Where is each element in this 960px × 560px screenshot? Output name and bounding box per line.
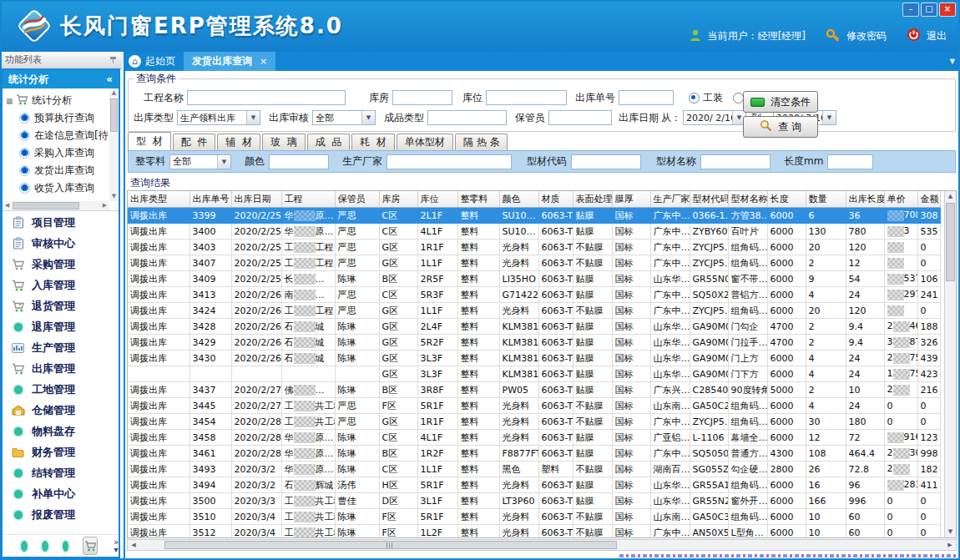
table-row[interactable]: 调拨出库34132020/2/26南…严思C区5R3F整料G714226063-… [128, 287, 940, 303]
sidebar-menu-item-1[interactable]: 审核中心 [3, 233, 119, 254]
tab-active[interactable]: 发货出库查询 × [184, 52, 275, 71]
close-button[interactable]: × [939, 3, 956, 17]
vertical-scrollbar[interactable]: ▲ ▼ [944, 191, 956, 537]
sidebar-menu-item-4[interactable]: 退货管理 [3, 295, 119, 316]
material-tab-3[interactable]: 玻 璃 [262, 134, 306, 150]
table-row[interactable]: 调拨出库34452020/2/27工共工程严思F区5R1F整料光身料6063-T… [128, 398, 940, 414]
audit-select[interactable]: 全部▼ [312, 110, 376, 125]
tree-item-1[interactable]: 在途信息查询[待 [6, 127, 109, 144]
date-from-select[interactable]: 2020/ 2/16▼ [683, 110, 746, 125]
table-row[interactable]: 调拨出库34242020/2/26工工程严思G区1L1F整料光身料6063-T5… [128, 303, 940, 319]
material-tab-1[interactable]: 配 件 [173, 134, 216, 150]
length-input[interactable] [827, 154, 873, 169]
tree-item-0[interactable]: 预算执行查询 [6, 109, 109, 127]
column-header-9[interactable]: 材质 [538, 191, 573, 208]
horizontal-scroll-thumb[interactable] [164, 541, 617, 549]
table-row[interactable]: 调拨出库34072020/2/25工工程严思G区1L1F整料光身料6063-T5… [128, 255, 940, 271]
module-dot-icon[interactable] [21, 541, 28, 552]
sidebar-menu-item-8[interactable]: 工地管理 [3, 379, 119, 400]
room-input[interactable] [392, 90, 452, 105]
scroll-left-icon[interactable]: ◀ [128, 540, 139, 550]
material-tab-0[interactable]: 型 材 [128, 132, 171, 150]
column-header-12[interactable]: 生产厂家 [650, 191, 690, 208]
column-header-10[interactable]: 表面处理 [573, 191, 612, 208]
column-header-19[interactable]: 金额 [917, 191, 940, 208]
material-tab-2[interactable]: 辅 材 [217, 134, 260, 150]
sidebar-menu-item-0[interactable]: 项目管理 [3, 212, 119, 233]
table-row[interactable]: 调拨出库34092020/2/25长…陈琳B区2R5F整料LI35HO6063-… [128, 271, 940, 287]
table-row[interactable]: 调拨出库34582020/2/28华原…陈琳C区4L1F整料光身料6063-T5… [128, 430, 940, 446]
cart-module-button[interactable] [83, 537, 98, 555]
table-row[interactable]: 调拨出库34002020/2/25华原…严思C区4L1F整料SU10…6063-… [128, 224, 940, 240]
sidebar-menu-item-13[interactable]: 补单中心 [3, 483, 119, 504]
tree-root[interactable]: ▦ 统计分析 [6, 92, 109, 109]
pin-icon[interactable] [110, 57, 116, 63]
vertical-scroll-thumb[interactable] [946, 203, 955, 281]
table-row[interactable]: 调拨出库34032020/2/25工工程严思G区1R1F整料光身料6063-T5… [128, 240, 940, 255]
tree-horizontal-scrollbar[interactable]: ◀▶ [3, 201, 109, 210]
tree-item-3[interactable]: 发货出库查询 [6, 162, 109, 179]
color-input[interactable] [269, 154, 329, 169]
column-header-17[interactable]: 出库长度 [846, 191, 884, 208]
tree-item-2[interactable]: 采购入库查询 [6, 144, 109, 162]
table-row[interactable]: 调拨出库35102020/3/4工共工程陈琳F区5R1F整料光身料6063-T5… [128, 509, 940, 525]
sidebar-section-header[interactable]: 统计分析 « [3, 70, 119, 88]
sidebar-menu-item-11[interactable]: 财务管理 [3, 441, 119, 462]
column-header-15[interactable]: 长度 [767, 191, 806, 208]
keeper-input[interactable] [548, 110, 612, 125]
column-header-4[interactable]: 保管员 [335, 191, 379, 208]
sidebar-menu-item-6[interactable]: 生产管理 [3, 337, 119, 358]
table-row[interactable]: 调拨出库34282020/2/26石城陈琳G区2L4F整料KLM38176063… [128, 319, 940, 335]
column-header-16[interactable]: 数量 [806, 191, 846, 208]
scroll-up-icon[interactable]: ▲ [945, 191, 956, 202]
tree-vertical-scrollbar[interactable]: ▲▼ [109, 88, 119, 201]
project-name-input[interactable] [187, 90, 346, 105]
table-row[interactable]: 调拨出库35002020/3/3工共工程曹佳D区3L1F整料LT3P606063… [128, 493, 940, 509]
column-header-11[interactable]: 膜厚 [612, 191, 650, 208]
table-row[interactable]: 调拨出库34542020/2/28工共工程严思G区1R1F整料光身料6063-T… [128, 414, 940, 430]
column-header-13[interactable]: 型材代码 [690, 191, 728, 208]
material-tab-7[interactable]: 隔 热 条 [455, 134, 508, 150]
minimize-button[interactable]: – [902, 3, 919, 17]
horizontal-scrollbar[interactable]: ◀ ▶ [127, 539, 957, 551]
sidebar-menu-item-12[interactable]: 结转管理 [3, 462, 119, 483]
logout-link[interactable]: 退出 [927, 29, 947, 43]
product-type-input[interactable] [427, 110, 507, 125]
sidebar-menu-item-2[interactable]: 采购管理 [3, 254, 119, 275]
whole-select[interactable]: 全部▼ [169, 154, 231, 169]
out-type-select[interactable]: 生产领料出库▼ [177, 110, 260, 125]
radio-work-icon[interactable] [689, 93, 700, 103]
column-header-3[interactable]: 工程 [281, 191, 335, 208]
collapse-icon[interactable]: « [106, 70, 113, 88]
sidebar-menu-item-3[interactable]: 入库管理 [3, 275, 119, 295]
maximize-button[interactable]: □ [921, 3, 937, 17]
table-row[interactable]: G区3L3F整料KLM38176063-T5贴膜国标山东华…GA90M09.门下… [128, 366, 940, 382]
tab-close-icon[interactable]: × [260, 56, 267, 67]
sidebar-menu-item-10[interactable]: 物料盘存 [3, 421, 119, 441]
sidebar-menu-item-7[interactable]: 出库管理 [3, 358, 119, 379]
change-password-link[interactable]: 修改密码 [846, 29, 887, 43]
table-row[interactable]: 调拨出库34292020/2/26石城陈琳G区5R2F整料KLM38176063… [128, 335, 940, 351]
clear-conditions-button[interactable]: 清空条件 [743, 91, 818, 113]
module-dot-icon[interactable] [63, 541, 69, 552]
column-header-2[interactable]: 出库日期 [231, 191, 281, 208]
table-row[interactable]: 调拨出库34372020/2/27佛…陈琳B区3R8F整料PW056063-T5… [128, 382, 940, 398]
sidebar-menu-item-5[interactable]: 退库管理 [3, 316, 119, 337]
column-header-14[interactable]: 型材名称 [728, 191, 767, 208]
column-header-6[interactable]: 库位 [417, 191, 457, 208]
scroll-right-icon[interactable]: ▶ [944, 540, 956, 550]
table-row[interactable]: 调拨出库34612020/2/28华原…陈琳B区1R2F整料F8877FT606… [128, 446, 940, 462]
column-header-0[interactable]: 出库类型 [128, 191, 189, 208]
tree-item-4[interactable]: 收货入库查询 [6, 179, 109, 197]
name-input[interactable] [700, 154, 771, 169]
radio-work-option[interactable]: 工装 [689, 91, 723, 105]
table-row[interactable]: 调拨出库34932020/3/2华原…陈琳C区1L1F整料黑色塑料不贴膜国标湖南… [128, 462, 940, 477]
tree-item-5[interactable]: 退货查询[待定] [6, 197, 109, 200]
column-header-18[interactable]: 单价 [884, 191, 917, 208]
column-header-5[interactable]: 库房 [379, 191, 417, 208]
column-header-7[interactable]: 整零料 [457, 191, 499, 208]
tree-expander-icon[interactable]: ▦ [6, 97, 13, 105]
loc-input[interactable] [486, 90, 567, 105]
material-tab-6[interactable]: 单体型材 [397, 134, 453, 150]
column-header-1[interactable]: 出库单号 [189, 191, 231, 208]
